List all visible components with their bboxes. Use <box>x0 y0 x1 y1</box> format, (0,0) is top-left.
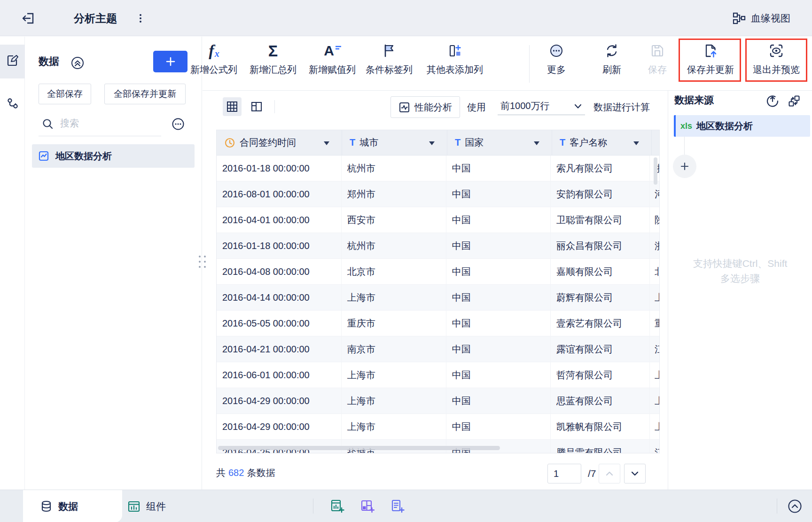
split-view-icon <box>250 101 263 113</box>
cell-city: 上海市 <box>342 388 446 413</box>
add-column-icon <box>424 39 485 62</box>
toolbar-save[interactable]: 保存 <box>627 39 688 86</box>
row-limit-dropdown[interactable]: 前1000万行 <box>498 97 585 115</box>
cell-clipped: 上 <box>650 414 659 439</box>
toolbar-add-summary-column[interactable]: Σ 新增汇总列 <box>242 39 304 86</box>
table-row[interactable]: 2016-04-01 00:00:00 西安市 中国 卫聪雷有限公司 陕 <box>217 207 659 233</box>
cell-city: 上海市 <box>342 362 446 388</box>
tab-component[interactable]: 组件 <box>127 490 166 522</box>
performance-icon <box>398 101 410 113</box>
add-step-button[interactable] <box>673 155 696 178</box>
toolbar-more[interactable]: 更多 <box>526 39 587 86</box>
toolbar-add-assign-column[interactable]: A 新增赋值列 <box>302 39 363 86</box>
table-row[interactable]: 2016-01-18 00:00:00 杭州市 中国 丽众昌有限公司 浙 <box>217 233 659 259</box>
chevron-down-icon <box>630 468 640 479</box>
cell-customer: 索凡有限公司 <box>551 156 650 181</box>
bottom-separator <box>313 499 313 514</box>
caret-down-icon[interactable] <box>429 141 435 145</box>
save-all-button[interactable]: 全部保存 <box>39 84 91 104</box>
search-input[interactable] <box>59 116 153 131</box>
cell-clipped: 江 <box>650 336 659 362</box>
table-row[interactable]: 2016-04-21 00:00:00 南京市 中国 露谊有限公司 江 <box>217 336 659 362</box>
column-header-country[interactable]: T 国家 <box>447 130 552 155</box>
table-row[interactable]: 2016-05-05 00:00:00 重庆市 中国 壹索艺有限公司 重 <box>217 311 659 336</box>
cell-country: 中国 <box>446 233 551 258</box>
table-row[interactable]: 2016-06-01 00:00:00 上海市 中国 哲菏有限公司 上 <box>217 362 659 388</box>
cell-customer: 腾昌雷有限公司 <box>551 440 650 453</box>
add-report-icon[interactable] <box>390 499 405 515</box>
calc-label: 数据进行计算 <box>593 101 650 114</box>
cell-contract-date: 2016-04-14 00:00:00 <box>217 285 342 310</box>
caret-down-icon[interactable] <box>534 141 539 145</box>
view-separator <box>274 100 275 113</box>
vertical-scrollbar-thumb[interactable] <box>654 157 657 185</box>
kebab-menu-icon[interactable] <box>135 11 146 25</box>
table-row[interactable]: 2016-04-29 00:00:00 上海市 中国 凯雅帆有限公司 上 <box>217 414 659 440</box>
cell-customer: 哲菏有限公司 <box>551 362 650 388</box>
dataset-chart-icon <box>38 150 49 162</box>
cell-contract-date: 2016-04-21 00:00:00 <box>217 336 342 362</box>
cell-customer: 嘉顺有限公司 <box>551 259 650 284</box>
collapse-panel-icon[interactable] <box>788 499 802 515</box>
add-dataset-button[interactable] <box>153 51 187 72</box>
search-more-icon[interactable] <box>172 117 185 132</box>
toolbar-exit-and-preview[interactable]: 退出并预览 <box>746 39 807 86</box>
column-header-clipped[interactable] <box>652 130 659 155</box>
cell-clipped: 江 <box>650 440 659 453</box>
lineage-view-button[interactable]: 血缘视图 <box>732 11 790 25</box>
table-row[interactable]: 2016-04-08 00:00:00 北京市 中国 嘉顺有限公司 北 <box>217 259 659 285</box>
grid-view-button[interactable] <box>223 97 242 116</box>
cell-city: 上海市 <box>342 414 446 439</box>
column-header-customer[interactable]: T 客户名称 <box>552 130 652 155</box>
main-content: 性能分析 使用 前1000万行 数据进行计算 合同签约时间 <box>203 91 667 490</box>
cell-contract-date: 2016-04-29 00:00:00 <box>217 388 342 413</box>
column-header-contract-date[interactable]: 合同签约时间 <box>217 130 342 155</box>
table-row[interactable]: 2016-08-01 00:00:00 郑州市 中国 安韵有限公司 河 <box>217 181 659 207</box>
swap-source-icon[interactable] <box>788 94 801 109</box>
tab-data[interactable]: 数据 <box>40 490 78 522</box>
add-dashboard-icon[interactable] <box>360 499 375 515</box>
save-all-update-button[interactable]: 全部保存并更新 <box>104 84 186 104</box>
panel-resize-handle[interactable] <box>199 256 206 268</box>
bottom-separator <box>777 499 777 514</box>
caret-down-icon[interactable] <box>633 141 639 145</box>
add-chart-component-icon[interactable] <box>330 499 344 515</box>
page-number-input[interactable] <box>547 464 581 483</box>
more-icon <box>526 39 587 62</box>
flow-steps-icon[interactable] <box>6 97 19 112</box>
edit-board-icon[interactable] <box>6 54 19 69</box>
dataset-item[interactable]: 地区数据分析 <box>32 144 195 168</box>
page-title: 分析主题 <box>74 11 117 26</box>
horizontal-scrollbar-thumb[interactable] <box>218 446 500 450</box>
table-row[interactable]: 2016-01-18 00:00:00 杭州市 中国 索凡有限公司 浙 <box>217 156 659 181</box>
grid-view-icon <box>226 101 238 113</box>
flag-icon <box>359 39 420 62</box>
toolbar-add-column-from-table[interactable]: 其他表添加列 <box>424 39 485 86</box>
column-header-city[interactable]: T 城市 <box>342 130 447 155</box>
toolbar-condition-tag-column[interactable]: 条件标签列 <box>359 39 420 86</box>
dataset-item-label: 地区数据分析 <box>55 150 112 163</box>
update-source-icon[interactable] <box>766 94 779 109</box>
text-type-icon: T <box>455 137 461 148</box>
table-row[interactable]: 2016-04-14 00:00:00 上海市 中国 蔚辉有限公司 上 <box>217 285 659 311</box>
cell-customer: 卫聪雷有限公司 <box>551 207 650 233</box>
exit-icon[interactable] <box>21 11 36 26</box>
page-down-button[interactable] <box>624 464 646 483</box>
cell-customer: 安韵有限公司 <box>551 181 650 207</box>
performance-analysis-button[interactable]: 性能分析 <box>390 96 460 118</box>
toolbar-add-formula-column[interactable]: fx 新增公式列 <box>183 39 244 86</box>
split-view-button[interactable] <box>247 97 266 116</box>
cell-clipped: 河 <box>650 181 659 207</box>
source-table-item[interactable]: xls 地区数据分析 <box>674 115 810 137</box>
table-row[interactable]: 2016-04-29 00:00:00 上海市 中国 思蓝有限公司 上 <box>217 388 659 414</box>
database-icon <box>40 500 53 513</box>
collapse-all-icon[interactable] <box>70 56 85 72</box>
cell-country: 中国 <box>446 311 551 336</box>
lineage-icon <box>732 11 746 25</box>
cell-city: 北京市 <box>342 259 446 284</box>
cell-clipped: 上 <box>650 362 659 388</box>
page-up-button[interactable] <box>599 464 620 483</box>
toolbar-save-and-update[interactable]: 保存并更新 <box>680 39 741 86</box>
caret-down-icon[interactable] <box>324 141 329 145</box>
cell-clipped: 上 <box>650 285 659 310</box>
